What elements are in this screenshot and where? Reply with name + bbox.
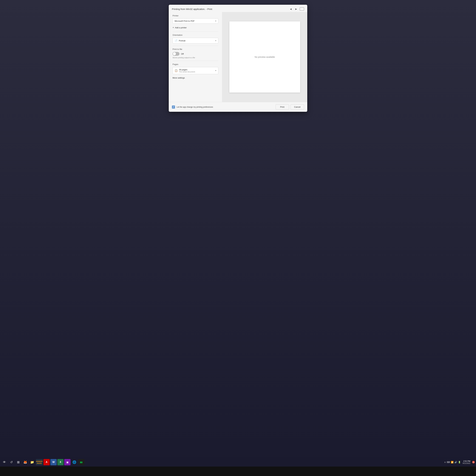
printer-label: Printer [172, 15, 218, 17]
toggle-knob [173, 52, 176, 55]
preview-panel: No preview available [222, 12, 307, 102]
taskbar: 👁 ↺ ⊞ 🦊 📁 amazonmusic A W X ▣ 🌐 ▮▮ ∧ ⌨ 📶… [0, 458, 476, 467]
firefox-taskbar-icon[interactable]: 🦊 [22, 459, 28, 465]
terminal-taskbar-icon[interactable]: ▮▮ [78, 459, 84, 465]
footer-buttons: Print Cancel [276, 104, 304, 110]
refresh-taskbar-icon[interactable]: ↺ [8, 459, 15, 465]
preview-area: No preview available [229, 21, 300, 93]
toggle-row: Off [172, 52, 218, 56]
pages-icon: 📋 [175, 69, 178, 72]
divider-2 [172, 46, 218, 46]
orientation-value: Portrait [179, 39, 186, 42]
wifi-icon[interactable]: 📶 [451, 461, 454, 463]
preferences-checkbox[interactable]: ✓ [172, 105, 175, 109]
security-taskbar-icon[interactable]: 👁 [1, 459, 8, 465]
add-printer-label: Add a printer [175, 26, 187, 29]
printer-dropdown-arrow: ▾ [215, 20, 216, 22]
system-icons: ∧ ⌨ 📶 🔊 🔋 [444, 461, 461, 463]
notification-badge[interactable]: 11 [472, 461, 475, 463]
clock-time: 2:52 PM [463, 460, 470, 462]
cancel-button[interactable]: Cancel [290, 104, 304, 110]
keyboard-icon[interactable]: ⌨ [447, 461, 450, 463]
checkbox-check-icon: ✓ [173, 106, 174, 108]
chevron-up-icon[interactable]: ∧ [444, 461, 446, 463]
titlebar-controls: ◀ ▶ [289, 7, 304, 11]
pages-dropdown-arrow: ▾ [215, 69, 216, 72]
clock[interactable]: 2:52 PM 9/21/2022 [463, 460, 470, 464]
taskbar-left: 👁 ↺ ⊞ 🦊 📁 amazonmusic A W X ▣ 🌐 ▮▮ [1, 459, 443, 465]
pages-main: All pages [179, 68, 195, 71]
taskbar-right: ∧ ⌨ 📶 🔊 🔋 2:52 PM 9/21/2022 11 [444, 460, 475, 464]
print-to-file-label: Print to file [172, 48, 218, 50]
nav-forward-button[interactable]: ▶ [294, 7, 298, 11]
plus-icon: + [172, 26, 174, 29]
orientation-dropdown-arrow: ▾ [215, 40, 216, 42]
restore-button[interactable] [300, 7, 304, 11]
printer-section: Printer Microsoft Print to PDF ▾ [172, 15, 218, 24]
excel-taskbar-icon[interactable]: X [57, 459, 64, 465]
no-preview-text: No preview available [255, 56, 275, 58]
volume-icon[interactable]: 🔊 [454, 461, 457, 463]
word-taskbar-icon[interactable]: W [50, 459, 57, 465]
dialog-titlebar: Printing from Win32 application. - Print… [169, 5, 307, 12]
orientation-label: Orientation [172, 34, 218, 36]
toggle-label: Off [181, 53, 184, 55]
pages-inner: 📋 All pages The whole document [175, 68, 195, 73]
printer-value: Microsoft Print to PDF [175, 20, 195, 22]
add-printer-button[interactable]: + Add a printer [172, 26, 218, 29]
folder-taskbar-icon[interactable]: 📁 [29, 459, 35, 465]
print-to-file-toggle[interactable] [172, 52, 179, 56]
left-panel: Printer Microsoft Print to PDF ▾ + Add a… [169, 12, 222, 102]
acrobat-taskbar-icon[interactable]: A [43, 459, 50, 465]
orientation-dropdown[interactable]: 📄 Portrait ▾ [172, 38, 218, 43]
toggle-hint: Stores printing output to a file [172, 57, 218, 59]
clock-date: 9/21/2022 [463, 462, 470, 464]
start-taskbar-icon[interactable]: ⊞ [15, 459, 21, 465]
page-icon: 📄 [175, 39, 178, 42]
print-dialog: Printing from Win32 application. - Print… [169, 5, 307, 112]
amazon-music-taskbar-icon[interactable]: amazonmusic [36, 459, 43, 465]
more-settings-label: More settings [172, 77, 185, 79]
footer-left: ✓ Let the app change my printing prefere… [172, 105, 213, 109]
printer-dropdown[interactable]: Microsoft Print to PDF ▾ [172, 18, 218, 24]
nav-back-button[interactable]: ◀ [289, 7, 292, 11]
more-settings-button[interactable]: More settings [172, 76, 218, 79]
orientation-section: Orientation 📄 Portrait ▾ [172, 34, 218, 43]
onenote-taskbar-icon[interactable]: ▣ [64, 459, 70, 465]
orientation-inner: 📄 Portrait [175, 39, 186, 42]
pages-dropdown[interactable]: 📋 All pages The whole document ▾ [172, 67, 218, 74]
bottom-strip [0, 467, 476, 476]
dialog-content: Printer Microsoft Print to PDF ▾ + Add a… [169, 12, 307, 102]
dialog-title: Printing from Win32 application. - Print [172, 8, 212, 10]
pages-label: Pages [172, 63, 218, 66]
chrome-taskbar-icon[interactable]: 🌐 [71, 459, 77, 465]
pages-sub: The whole document [179, 71, 195, 73]
dialog-footer: ✓ Let the app change my printing prefere… [169, 102, 307, 112]
pages-section: Pages 📋 All pages The whole document ▾ [172, 63, 218, 74]
print-button[interactable]: Print [276, 104, 289, 110]
battery-icon[interactable]: 🔋 [458, 461, 461, 463]
preferences-checkbox-label: Let the app change my printing preferenc… [177, 106, 213, 108]
print-to-file-section: Print to file Off Stores printing output… [172, 48, 218, 59]
pages-text: All pages The whole document [179, 68, 195, 73]
